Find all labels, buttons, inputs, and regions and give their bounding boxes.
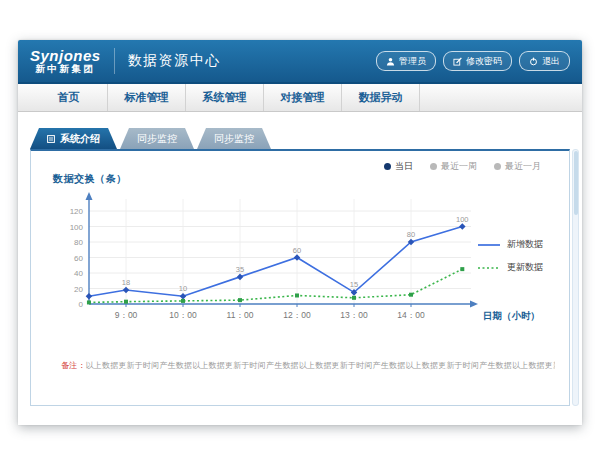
legend-radio-0[interactable]: 当日: [384, 160, 413, 173]
scrollbar-thumb[interactable]: [574, 151, 578, 215]
logo-subtext: 新中新集团: [30, 64, 101, 74]
header-button-power[interactable]: 退出: [519, 51, 570, 71]
footnote-label: 备注：: [61, 361, 86, 370]
user-icon: [386, 57, 395, 66]
nav-item-0[interactable]: 首页: [30, 84, 108, 111]
svg-text:15: 15: [350, 280, 358, 289]
radio-dot: [384, 163, 391, 170]
tab-1[interactable]: 同步监控: [120, 128, 194, 149]
svg-text:10: 10: [179, 284, 187, 293]
tab-0[interactable]: 系统介绍: [30, 128, 117, 149]
svg-text:9：00: 9：00: [115, 310, 138, 320]
svg-text:120: 120: [70, 207, 84, 216]
legend-radio-1[interactable]: 最近一周: [430, 160, 477, 173]
svg-text:10：00: 10：00: [169, 310, 197, 320]
header-button-label: 管理员: [399, 55, 426, 68]
y-axis-title: 数据交换（条）: [53, 172, 127, 186]
header-actions: 管理员修改密码退出: [376, 51, 570, 71]
radio-dot: [430, 163, 437, 170]
legend-item-1[interactable]: 更新数据: [477, 261, 543, 274]
svg-text:40: 40: [74, 269, 83, 278]
footnote-text: 以上数据更新于时间产生数据以上数据更新于时间产生数据以上数据更新于时间产生数据以…: [86, 361, 555, 370]
page-title: 数据资源中心: [128, 52, 221, 70]
svg-text:18: 18: [122, 278, 130, 287]
tab-label: 系统介绍: [60, 132, 100, 146]
edit-icon: [453, 57, 462, 66]
form-icon: [47, 135, 55, 143]
page-background: Synjones 新中新集团 数据资源中心 管理员修改密码退出 首页标准管理系统…: [0, 0, 600, 450]
legend-line-sample: [477, 264, 501, 272]
legend-label: 新增数据: [507, 238, 543, 251]
app-window: Synjones 新中新集团 数据资源中心 管理员修改密码退出 首页标准管理系统…: [18, 40, 582, 425]
footnote: 备注：以上数据更新于时间产生数据以上数据更新于时间产生数据以上数据更新于时间产生…: [61, 360, 555, 371]
app-header: Synjones 新中新集团 数据资源中心 管理员修改密码退出: [18, 40, 582, 84]
nav-item-1[interactable]: 标准管理: [108, 84, 186, 111]
tab-label: 同步监控: [137, 132, 177, 146]
svg-text:日期（小时）: 日期（小时）: [483, 310, 540, 322]
tab-bar: 系统介绍同步监控同步监控: [30, 128, 274, 149]
radio-label: 最近一周: [441, 160, 477, 173]
svg-text:100: 100: [456, 215, 469, 224]
scrollbar[interactable]: [572, 149, 579, 406]
legend-line-sample: [477, 241, 501, 249]
radio-label: 最近一月: [505, 160, 541, 173]
radio-label: 当日: [395, 160, 413, 173]
content-area: 系统介绍同步监控同步监控 0204060801001209：0010：0011：…: [18, 115, 582, 425]
svg-text:11：00: 11：00: [227, 310, 254, 320]
chart-panel: 0204060801001209：0010：0011：0012：0013：001…: [30, 149, 570, 406]
svg-text:12：00: 12：00: [283, 310, 311, 320]
legend-label: 更新数据: [507, 261, 543, 274]
nav-item-3[interactable]: 对接管理: [264, 84, 342, 111]
power-icon: [529, 57, 538, 66]
svg-text:100: 100: [70, 223, 84, 232]
legend-item-0[interactable]: 新增数据: [477, 238, 543, 251]
svg-text:80: 80: [407, 230, 415, 239]
svg-text:80: 80: [74, 238, 83, 247]
svg-text:60: 60: [293, 246, 301, 255]
svg-text:60: 60: [74, 254, 83, 263]
main-nav: 首页标准管理系统管理对接管理数据异动: [18, 84, 582, 112]
svg-text:13：00: 13：00: [340, 310, 368, 320]
chart-legend: 新增数据更新数据: [477, 238, 543, 274]
range-radios: 当日最近一周最近一月: [384, 160, 541, 173]
header-button-edit[interactable]: 修改密码: [443, 51, 512, 71]
header-button-label: 修改密码: [466, 55, 502, 68]
nav-item-2[interactable]: 系统管理: [186, 84, 264, 111]
svg-text:35: 35: [236, 265, 244, 274]
tab-label: 同步监控: [214, 132, 254, 146]
logo-text: Synjones: [30, 48, 101, 64]
radio-dot: [494, 163, 501, 170]
svg-text:20: 20: [74, 285, 83, 294]
logo: Synjones 新中新集团: [30, 48, 101, 74]
header-button-label: 退出: [542, 55, 560, 68]
legend-radio-2[interactable]: 最近一月: [494, 160, 541, 173]
header-divider: [114, 48, 115, 74]
svg-text:0: 0: [79, 300, 84, 309]
nav-item-4[interactable]: 数据异动: [342, 84, 420, 111]
header-button-user[interactable]: 管理员: [376, 51, 436, 71]
svg-text:14：00: 14：00: [397, 310, 425, 320]
tab-2[interactable]: 同步监控: [197, 128, 271, 149]
